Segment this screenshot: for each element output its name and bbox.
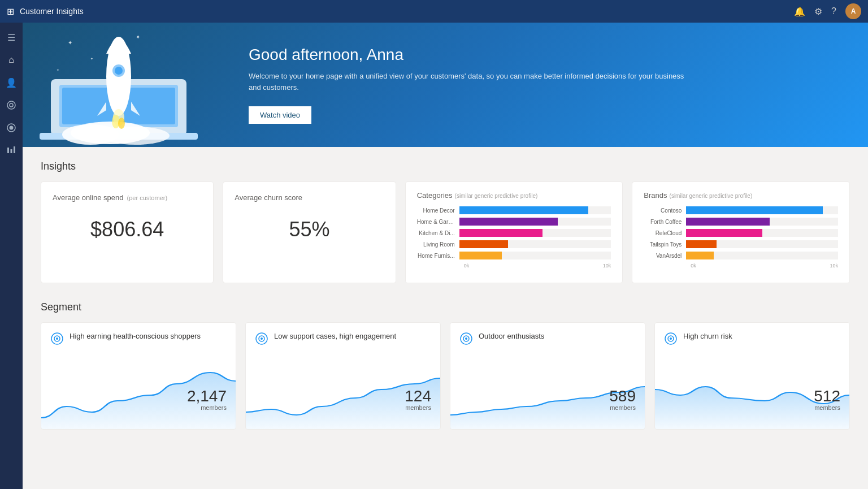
svg-point-3	[10, 126, 14, 130]
bar-fill	[459, 252, 502, 259]
bar-fill	[686, 252, 713, 259]
avg-spend-card: Average online spend (per customer) $806…	[41, 181, 214, 283]
bar-track	[686, 218, 838, 226]
svg-point-31	[670, 337, 672, 340]
hero-illustration	[23, 23, 226, 147]
svg-rect-4	[7, 148, 9, 153]
sidebar-item-measures[interactable]	[1, 140, 21, 161]
insights-cards-row: Average online spend (per customer) $806…	[41, 181, 850, 283]
segment-cards-row: High earning health-conscious shoppers 2…	[41, 322, 850, 430]
bar-label: ReleCloud	[644, 230, 686, 236]
segment-icon	[664, 332, 678, 348]
bar-track	[459, 252, 611, 259]
segment-number: 124	[405, 388, 431, 404]
sidebar-item-insights[interactable]	[1, 118, 21, 138]
app-title: Customer Insights	[20, 7, 84, 16]
segment-icon	[255, 332, 268, 348]
segment-card-header: Outdoor enthusiasts	[459, 332, 636, 348]
bar-label: Kitchen & Di...	[417, 230, 459, 236]
notifications-icon[interactable]: 🔔	[794, 6, 805, 17]
bar-row: Living Room	[417, 240, 611, 248]
bar-fill	[686, 206, 823, 214]
segment-number: 512	[814, 388, 840, 404]
sidebar-item-segments[interactable]	[1, 95, 21, 115]
bar-row: ReleCloud	[644, 229, 838, 237]
segment-number: 589	[609, 388, 636, 404]
svg-rect-5	[11, 149, 12, 153]
bar-fill	[459, 206, 588, 214]
bar-label: VanArsdel	[644, 253, 686, 259]
svg-point-19	[118, 118, 125, 129]
hero-text: Good afternoon, Anna Welcome to your hom…	[226, 34, 868, 135]
svg-point-28	[465, 337, 467, 340]
bar-track	[686, 229, 838, 237]
avg-spend-title: Average online spend	[53, 193, 124, 202]
bar-label: Forth Coffee	[644, 219, 686, 225]
bar-label: Contoso	[644, 207, 686, 214]
avatar[interactable]: A	[845, 3, 861, 19]
bar-fill	[459, 229, 543, 237]
svg-point-1	[10, 103, 13, 107]
segment-count: 589 members	[609, 388, 636, 411]
bar-row: Home Decor	[417, 206, 611, 214]
segment-card[interactable]: Outdoor enthusiasts 589 members	[450, 322, 645, 430]
settings-icon[interactable]: ⚙	[814, 6, 822, 17]
insights-section-title: Insights	[41, 161, 850, 172]
segment-card[interactable]: High churn risk 512 members	[654, 322, 850, 430]
bar-row: Home & Gard...	[417, 218, 611, 226]
help-icon[interactable]: ?	[831, 6, 836, 16]
bar-track	[459, 240, 611, 248]
segment-card[interactable]: High earning health-conscious shoppers 2…	[41, 322, 236, 430]
top-navigation: ⊞ Customer Insights 🔔 ⚙ ? A	[0, 0, 868, 23]
watch-video-button[interactable]: Watch video	[249, 106, 311, 124]
categories-card: Categories (similar generic predictive p…	[405, 181, 623, 283]
sidebar-item-menu[interactable]: ☰	[1, 27, 21, 47]
bar-row: Forth Coffee	[644, 218, 838, 226]
sidebar-item-home[interactable]: ⌂	[1, 50, 21, 70]
bar-track	[459, 218, 611, 226]
segment-section-title: Segment	[41, 301, 850, 313]
avg-spend-value: $806.64	[53, 218, 202, 241]
svg-point-16	[115, 67, 123, 75]
segment-name: Low support cases, high engagement	[274, 332, 396, 341]
main-layout: ☰ ⌂ 👤 ✦ ✦	[0, 23, 868, 489]
categories-axis: 0k 10k	[417, 263, 611, 269]
app-grid-icon[interactable]: ⊞	[7, 6, 14, 17]
nav-right: 🔔 ⚙ ? A	[794, 3, 861, 19]
categories-bars: Home Decor Home & Gard... Kitchen & Di..…	[417, 206, 611, 259]
segment-icon	[50, 332, 64, 348]
segment-card[interactable]: Low support cases, high engagement 124 m…	[245, 322, 441, 430]
bar-row: VanArsdel	[644, 252, 838, 259]
svg-point-22	[56, 337, 58, 340]
segment-count: 2,147 members	[187, 388, 227, 411]
svg-point-0	[7, 101, 15, 109]
bar-track	[686, 240, 838, 248]
segment-icon	[459, 332, 473, 348]
brands-card: Brands (similar generic predictive profi…	[632, 181, 850, 283]
sidebar-item-customers[interactable]: 👤	[1, 72, 21, 93]
bar-track	[686, 252, 838, 259]
hero-greeting: Good afternoon, Anna	[249, 46, 845, 64]
bar-fill	[459, 240, 508, 248]
segment-count: 512 members	[814, 388, 840, 411]
segment-name: Outdoor enthusiasts	[479, 332, 544, 341]
avg-churn-title: Average churn score	[235, 193, 302, 202]
brands-bars: Contoso Forth Coffee ReleCloud Tailspin …	[644, 206, 838, 259]
svg-point-13	[71, 122, 150, 144]
content-area: ✦ ✦ ✦ ✦ ✦ ✦	[23, 23, 868, 489]
segment-name: High earning health-conscious shoppers	[70, 332, 201, 341]
brands-axis: 0k 10k	[644, 263, 838, 269]
nav-left: ⊞ Customer Insights	[7, 6, 84, 17]
segment-card-header: High earning health-conscious shoppers	[50, 332, 227, 348]
bar-label: Living Room	[417, 241, 459, 248]
avg-churn-card: Average churn score 55%	[223, 181, 396, 283]
bar-fill	[686, 218, 770, 226]
avg-spend-subtitle: (per customer)	[127, 194, 168, 201]
segment-count: 124 members	[405, 388, 431, 411]
bar-track	[459, 206, 611, 214]
bar-fill	[459, 218, 558, 226]
hero-subtitle: Welcome to your home page with a unified…	[249, 71, 689, 93]
segment-members-label: members	[405, 404, 431, 411]
bar-row: Tailspin Toys	[644, 240, 838, 248]
segment-members-label: members	[814, 404, 840, 411]
